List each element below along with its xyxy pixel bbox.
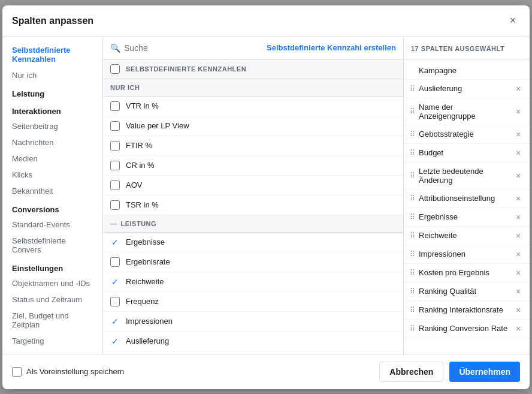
modal-header: Spalten anpassen ×	[2, 5, 530, 37]
remove-icon[interactable]: ×	[513, 107, 524, 116]
item-checkbox-tsr[interactable]	[110, 200, 120, 210]
right-list-item: ⠿ Kampagne	[404, 62, 530, 80]
item-checkbox-vtr[interactable]	[110, 101, 120, 111]
remove-icon[interactable]: ×	[513, 212, 524, 222]
right-item-label: Ergebnisse	[419, 212, 509, 221]
list-item[interactable]: TSR in %	[103, 196, 403, 215]
drag-handle-icon[interactable]: ⠿	[410, 107, 415, 116]
sidebar-item-targeting[interactable]: Targeting	[2, 333, 102, 349]
modal: Spalten anpassen × Selbstdefinierte Kenn…	[2, 5, 530, 389]
list-item[interactable]: ✓ Ergebnisse	[103, 233, 403, 252]
list-item[interactable]: ✓ Reichweite	[103, 272, 403, 292]
sub-section-leistung: — LEISTUNG	[103, 215, 403, 233]
save-default-checkbox[interactable]	[12, 367, 22, 377]
search-input[interactable]	[124, 43, 262, 53]
drag-handle-icon[interactable]: ⠿	[410, 250, 415, 258]
drag-handle-icon[interactable]: ⠿	[410, 85, 415, 93]
right-panel: 17 SPALTEN AUSGEWÄHLT ⠿ Kampagne ⠿ Ausli…	[404, 37, 530, 354]
remove-icon[interactable]: ×	[513, 324, 524, 333]
drag-handle-icon[interactable]: ⠿	[410, 269, 415, 277]
remove-icon[interactable]: ×	[513, 194, 524, 203]
item-checkbox-frequenz[interactable]	[110, 297, 120, 306]
middle-panel: 🔍 Selbstdefinierte Kennzahl erstellen SE…	[103, 37, 404, 354]
drag-handle-icon[interactable]: ⠿	[410, 149, 415, 157]
sidebar-item-ziel-budget[interactable]: Ziel, Budget und Zeitplan	[2, 308, 102, 333]
search-wrapper: 🔍	[110, 43, 262, 53]
right-list-item: ⠿ Gebotsstrategie ×	[404, 125, 530, 144]
remove-icon[interactable]: ×	[513, 148, 524, 158]
sidebar-item-selbstdefinierte[interactable]: Selbstdefinierte Kennzahlen	[2, 42, 102, 67]
list-item[interactable]: Value per LP View	[103, 116, 403, 136]
drag-handle-icon[interactable]: ⠿	[410, 324, 415, 333]
sidebar-item-bekanntheit[interactable]: Bekanntheit	[2, 183, 102, 199]
sidebar-item-standard-events[interactable]: Standard-Events	[2, 216, 102, 233]
drag-handle-icon[interactable]: ⠿	[410, 172, 415, 180]
sidebar-item-medien[interactable]: Medien	[2, 151, 102, 167]
remove-icon[interactable]: ×	[513, 268, 524, 278]
search-bar: 🔍 Selbstdefinierte Kennzahl erstellen	[103, 37, 403, 59]
right-list: ⠿ Kampagne ⠿ Auslieferung × ⠿ Name der A…	[404, 59, 530, 354]
apply-button[interactable]: Übernehmen	[449, 362, 520, 382]
item-label-ftir: FTIR %	[126, 141, 152, 150]
right-item-label: Gebotsstrategie	[419, 130, 509, 139]
section-checkbox-selbstdefiniert[interactable]	[110, 64, 120, 74]
remove-icon[interactable]: ×	[513, 287, 524, 296]
right-item-label: Impressionen	[419, 249, 509, 258]
drag-handle-icon[interactable]: ⠿	[410, 231, 415, 240]
right-list-item: ⠿ Letzte bedeutende Änderung ×	[404, 163, 530, 190]
item-checkbox-ftir[interactable]	[110, 141, 120, 151]
save-default-wrapper: Als Voreinstellung speichern	[12, 367, 124, 377]
list-item[interactable]: ✓ Impressionen	[103, 312, 403, 332]
list-item[interactable]: VTR in %	[103, 97, 403, 116]
item-checkbox-cr[interactable]	[110, 161, 120, 170]
list-item[interactable]: ✓ Auslieferung	[103, 332, 403, 351]
sidebar-item-objektnamen[interactable]: Objektnamen und -IDs	[2, 275, 102, 291]
drag-handle-icon[interactable]: ⠿	[410, 194, 415, 203]
item-checkbox-ergebnisrate[interactable]	[110, 257, 120, 267]
sidebar-section-interaktionen: Interaktionen	[2, 101, 102, 118]
list-item[interactable]: AOV	[103, 176, 403, 196]
drag-handle-icon[interactable]: ⠿	[410, 130, 415, 139]
sidebar-item-nurrich[interactable]: Nur ich	[2, 67, 102, 83]
create-custom-metric-link[interactable]: Selbstdefinierte Kennzahl erstellen	[267, 43, 396, 52]
sidebar-item-seitenbeitrag[interactable]: Seitenbeitrag	[2, 118, 102, 134]
remove-icon[interactable]: ×	[513, 249, 524, 259]
right-item-label: Kosten pro Ergebnis	[419, 268, 509, 277]
sidebar-item-selbstdefinierte-convers[interactable]: Selbstdefinierte Convers	[2, 233, 102, 258]
drag-handle-icon[interactable]: ⠿	[410, 306, 415, 314]
item-label-auslieferung: Auslieferung	[126, 336, 169, 345]
list-item[interactable]: Ergebnisrate	[103, 252, 403, 272]
section-label-selbstdefiniert: SELBSTDEFINIERTE KENNZAHLEN	[126, 65, 246, 73]
check-icon-reichweite: ✓	[110, 277, 120, 287]
sub-section-nur-ich: NUR ICH	[103, 79, 403, 97]
remove-icon[interactable]: ×	[513, 305, 524, 315]
right-list-item: ⠿ Ergebnisse ×	[404, 208, 530, 227]
list-item[interactable]: CR in %	[103, 156, 403, 176]
cancel-button[interactable]: Abbrechen	[379, 362, 443, 382]
drag-handle-icon[interactable]: ⠿	[410, 287, 415, 296]
right-list-item: ⠿ Kosten pro Ergebnis ×	[404, 264, 530, 282]
item-label-tsr: TSR in %	[126, 200, 159, 209]
right-item-label: Budget	[419, 148, 509, 157]
sidebar-item-klicks[interactable]: Klicks	[2, 167, 102, 183]
item-checkbox-aov[interactable]	[110, 181, 120, 190]
item-checkbox-value-lp[interactable]	[110, 121, 120, 131]
right-item-label: Ranking Conversion Rate	[419, 324, 509, 333]
sidebar-section-conversions: Conversions	[2, 199, 102, 216]
sidebar-item-nachrichten[interactable]: Nachrichten	[2, 134, 102, 151]
remove-icon[interactable]: ×	[513, 231, 524, 240]
right-list-item: ⠿ Auslieferung ×	[404, 80, 530, 98]
middle-content: SELBSTDEFINIERTE KENNZAHLEN NUR ICH VTR …	[103, 59, 403, 354]
remove-icon[interactable]: ×	[513, 84, 524, 94]
modal-body: Selbstdefinierte Kennzahlen Nur ich Leis…	[2, 37, 530, 354]
remove-icon[interactable]: ×	[513, 171, 524, 181]
sidebar-item-status-zeitraum[interactable]: Status und Zeitraum	[2, 291, 102, 308]
item-label-reichweite: Reichweite	[126, 277, 164, 286]
drag-handle-icon[interactable]: ⠿	[410, 213, 415, 221]
list-item[interactable]: Frequenz	[103, 292, 403, 312]
remove-icon[interactable]: ×	[513, 130, 524, 139]
sidebar-item-anzeigengestaltung[interactable]: Anzeigengestaltung	[2, 349, 102, 354]
close-icon[interactable]: ×	[506, 14, 520, 28]
list-item[interactable]: FTIR %	[103, 136, 403, 156]
item-label-value-lp: Value per LP View	[126, 121, 189, 130]
